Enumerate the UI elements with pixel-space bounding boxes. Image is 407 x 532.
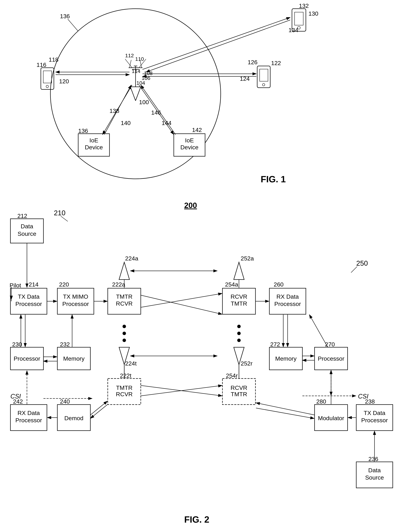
svg-text:Demod: Demod: [64, 415, 83, 421]
svg-text:CSI: CSI: [358, 393, 368, 400]
svg-text:112: 112: [125, 53, 134, 58]
svg-text:RCVR: RCVR: [231, 384, 247, 391]
svg-text:270: 270: [325, 341, 335, 348]
svg-text:280: 280: [316, 398, 326, 405]
svg-text:240: 240: [60, 398, 70, 405]
svg-text:Device: Device: [85, 144, 103, 151]
svg-text:RCVR: RCVR: [231, 293, 247, 300]
svg-text:200: 200: [184, 201, 197, 210]
svg-text:TMTR: TMTR: [116, 293, 133, 300]
svg-text:Memory: Memory: [275, 355, 297, 362]
svg-text:Data: Data: [368, 467, 381, 473]
svg-line-68: [61, 216, 68, 221]
svg-rect-38: [260, 69, 268, 81]
svg-text:222a: 222a: [112, 281, 125, 288]
svg-text:232: 232: [60, 341, 70, 348]
svg-text:210: 210: [54, 209, 65, 217]
svg-text:TX Data: TX Data: [18, 293, 40, 300]
svg-text:Processor: Processor: [361, 417, 388, 424]
svg-text:100: 100: [139, 99, 149, 105]
svg-text:RCVR: RCVR: [116, 391, 133, 397]
svg-text:Processor: Processor: [15, 301, 42, 307]
svg-text:214: 214: [29, 281, 39, 288]
svg-line-28: [68, 19, 78, 31]
svg-text:TX Data: TX Data: [364, 410, 385, 416]
svg-text:224t: 224t: [125, 360, 137, 367]
svg-text:136: 136: [60, 13, 70, 19]
svg-rect-30: [43, 71, 52, 83]
svg-text:134: 134: [289, 27, 298, 33]
svg-text:136: 136: [78, 128, 88, 134]
svg-text:142: 142: [192, 127, 202, 133]
svg-line-154: [90, 401, 107, 415]
svg-text:144: 144: [162, 120, 172, 126]
svg-text:TMTR: TMTR: [231, 391, 247, 397]
svg-text:126: 126: [248, 59, 258, 65]
svg-text:Memory: Memory: [63, 355, 85, 362]
svg-text:Processor: Processor: [14, 355, 40, 362]
svg-text:132: 132: [299, 2, 309, 9]
svg-text:Modulator: Modulator: [318, 415, 344, 421]
svg-point-31: [46, 85, 48, 88]
svg-point-125: [237, 339, 241, 342]
svg-text:116: 116: [37, 61, 47, 68]
svg-text:IoE: IoE: [89, 137, 98, 144]
svg-line-155: [90, 404, 107, 418]
svg-text:RCVR: RCVR: [116, 300, 133, 307]
svg-text:Device: Device: [180, 144, 198, 151]
svg-text:118: 118: [49, 56, 59, 63]
svg-text:120: 120: [59, 78, 69, 84]
svg-text:Processor: Processor: [15, 417, 42, 424]
svg-text:254a: 254a: [225, 281, 238, 288]
svg-text:220: 220: [59, 281, 69, 288]
svg-text:FIG. 2: FIG. 2: [184, 515, 209, 524]
svg-line-25: [142, 17, 290, 69]
svg-text:252a: 252a: [241, 255, 254, 262]
svg-point-120: [123, 325, 126, 328]
svg-text:138: 138: [110, 107, 119, 114]
svg-text:TMTR: TMTR: [231, 300, 247, 307]
page: 100 104 106 108 110 112 114 130 132 134 …: [0, 0, 407, 532]
svg-text:254r: 254r: [226, 372, 238, 379]
svg-text:Source: Source: [17, 230, 36, 237]
svg-text:224a: 224a: [125, 255, 138, 262]
svg-point-122: [123, 339, 126, 342]
svg-text:Source: Source: [365, 474, 384, 481]
svg-text:260: 260: [274, 281, 284, 288]
svg-line-134: [141, 293, 222, 307]
svg-text:CSI: CSI: [10, 393, 21, 400]
svg-point-121: [123, 332, 126, 335]
svg-text:Processor: Processor: [318, 355, 344, 362]
svg-text:TX MIMO: TX MIMO: [63, 293, 88, 300]
svg-marker-93: [119, 262, 129, 280]
svg-text:TMTR: TMTR: [116, 384, 133, 391]
svg-text:Processor: Processor: [274, 301, 301, 307]
svg-point-39: [262, 84, 265, 86]
svg-text:Data: Data: [21, 223, 33, 229]
svg-text:252r: 252r: [241, 360, 252, 367]
svg-line-133: [141, 295, 222, 314]
svg-text:212: 212: [17, 213, 27, 219]
svg-text:140: 140: [121, 120, 131, 126]
svg-text:110: 110: [135, 56, 144, 62]
svg-text:236: 236: [368, 456, 378, 462]
svg-text:250: 250: [356, 259, 368, 267]
svg-text:RX Data: RX Data: [276, 293, 299, 300]
svg-text:RX Data: RX Data: [17, 410, 40, 416]
svg-rect-20: [295, 12, 303, 25]
fig2-diagram: 200 210 250 Data Source 212 TX Data Proc…: [0, 196, 407, 532]
svg-line-26: [146, 20, 290, 72]
fig1-diagram: 100 104 106 108 110 112 114 130 132 134 …: [0, 0, 407, 196]
svg-text:FIG. 1: FIG. 1: [261, 174, 286, 184]
svg-point-123: [237, 325, 241, 328]
svg-line-4: [136, 87, 141, 101]
svg-text:114: 114: [132, 68, 141, 74]
svg-text:Processor: Processor: [62, 301, 89, 307]
svg-text:272: 272: [270, 341, 280, 348]
svg-point-124: [237, 332, 241, 335]
svg-text:IoE: IoE: [185, 137, 194, 144]
svg-marker-101: [234, 262, 244, 280]
svg-line-70: [351, 266, 357, 273]
svg-text:122: 122: [271, 60, 281, 66]
svg-text:230: 230: [12, 341, 22, 348]
